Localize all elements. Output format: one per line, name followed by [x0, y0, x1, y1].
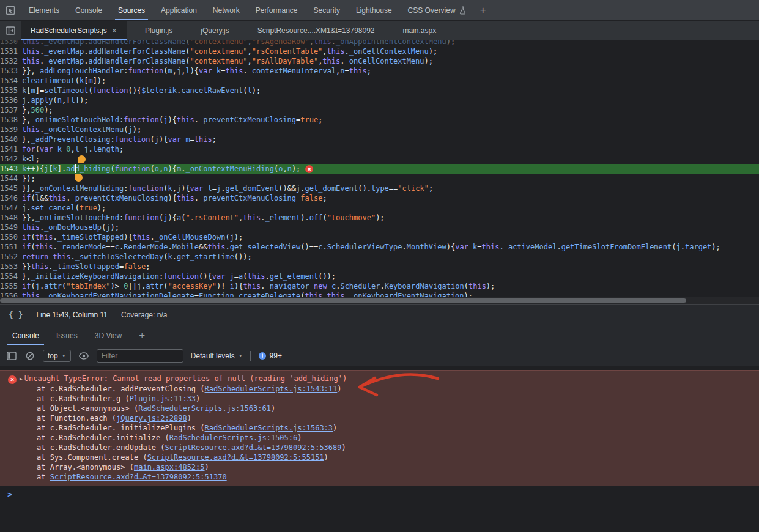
- line-number[interactable]: 1553: [0, 262, 22, 272]
- file-tab-scriptresource[interactable]: ScriptResource....XM1&t=13798092: [248, 21, 385, 40]
- inspect-icon[interactable]: [0, 0, 21, 20]
- code-line-text[interactable]: },500);: [22, 105, 53, 115]
- disclosure-triangle-icon[interactable]: ▶: [20, 376, 23, 382]
- log-levels-dropdown[interactable]: Default levels ▼: [191, 352, 243, 360]
- file-tab-radschedulerscripts-js[interactable]: RadSchedulerScripts.js ×: [21, 21, 127, 40]
- pretty-print-icon[interactable]: { }: [9, 310, 23, 319]
- line-number[interactable]: 1551: [0, 242, 22, 252]
- code-line-text[interactable]: this._onKeyboardEventNavigationDelegate=…: [22, 291, 473, 297]
- code-line-text[interactable]: k[m]=setTimeout(function(){$telerik.canc…: [22, 86, 261, 95]
- line-number[interactable]: 1535: [0, 86, 22, 95]
- line-number[interactable]: 1533: [0, 66, 22, 76]
- line-number[interactable]: 1539: [0, 125, 22, 135]
- code-line-text[interactable]: j.set_cancel(true);: [22, 203, 106, 213]
- stack-link[interactable]: RadSchedulerScripts.js:1563:61: [138, 404, 271, 413]
- add-drawer-tab-button[interactable]: +: [130, 325, 154, 345]
- code-line-text[interactable]: }}this._timeSlotTapped=false;: [22, 262, 150, 272]
- code-line-text[interactable]: return this._switchToSelectedDay(k.get_s…: [22, 252, 252, 262]
- selection-handle-top-icon[interactable]: [78, 155, 86, 163]
- scrollbar-thumb[interactable]: [0, 298, 686, 303]
- panel-tab-lighthouse[interactable]: Lighthouse: [348, 0, 400, 20]
- line-number[interactable]: 1538: [0, 115, 22, 125]
- line-number[interactable]: 1534: [0, 76, 22, 86]
- code-line-text[interactable]: this._eventMap.addHandlerForClassName("c…: [22, 56, 433, 66]
- code-line-text[interactable]: }},_addLongTouchHandler:function(m,j,l){…: [22, 66, 371, 76]
- issues-counter[interactable]: 99+: [258, 352, 282, 360]
- code-line-text[interactable]: k<l;: [22, 154, 40, 164]
- stack-link[interactable]: ScriptResource.axd?d…&t=13798092:5:55151: [147, 453, 324, 462]
- panel-tab-console[interactable]: Console: [67, 0, 110, 20]
- stack-link[interactable]: Plugin.js:11:33: [130, 394, 196, 403]
- selection-handle-bottom-icon[interactable]: [75, 174, 83, 182]
- live-expression-eye-icon[interactable]: [78, 352, 89, 360]
- code-line-text[interactable]: k++){j[k].add_hiding(function(o,n){m._on…: [22, 164, 313, 174]
- drawer-tab-issues[interactable]: Issues: [48, 325, 86, 345]
- code-line-text[interactable]: this._onDocMouseUp(j);: [22, 223, 119, 232]
- panel-tab-application[interactable]: Application: [153, 0, 205, 20]
- line-number[interactable]: 1544: [0, 174, 22, 183]
- stack-link[interactable]: RadSchedulerScripts.js:1543:11: [205, 385, 338, 393]
- code-line-text[interactable]: this._eventMap.addHandlerForClassName("c…: [22, 46, 437, 56]
- line-number[interactable]: 1541: [0, 144, 22, 154]
- panel-tab-security[interactable]: Security: [306, 0, 348, 20]
- code-line-text[interactable]: clearTimeout(k[m]);: [22, 76, 106, 86]
- drawer-tab-console[interactable]: Console: [4, 325, 48, 345]
- panel-tab-elements[interactable]: Elements: [21, 0, 67, 20]
- panel-tab-css-overview[interactable]: CSS Overview: [400, 0, 474, 20]
- code-line-text[interactable]: }},_onContextMenuHiding:function(k,j){va…: [22, 183, 433, 193]
- horizontal-scrollbar[interactable]: [0, 297, 759, 304]
- line-number[interactable]: 1545: [0, 183, 22, 193]
- line-number[interactable]: 1548: [0, 213, 22, 223]
- code-line-text[interactable]: if(this._renderMode==c.RenderMode.Mobile…: [22, 242, 720, 252]
- line-number[interactable]: 1555: [0, 281, 22, 291]
- code-line-text[interactable]: for(var k=0,l=j.length;: [22, 144, 124, 154]
- line-number[interactable]: 1550: [0, 232, 22, 242]
- code-line-text[interactable]: this._onCellContextMenu(j);: [22, 125, 141, 135]
- code-line-text[interactable]: if(this._timeSlotTapped){this._onCellMou…: [22, 232, 243, 242]
- console-sidebar-toggle-icon[interactable]: [6, 352, 17, 360]
- code-line-text[interactable]: if(j.attr("tabIndex")>=0||j.attr("access…: [22, 281, 495, 291]
- file-tab-main-aspx[interactable]: main.aspx: [393, 21, 446, 40]
- panel-tab-network[interactable]: Network: [205, 0, 248, 20]
- panel-tab-sources[interactable]: Sources: [110, 0, 153, 20]
- inline-error-badge-icon[interactable]: ×: [305, 165, 313, 173]
- console-filter-input[interactable]: [97, 349, 183, 363]
- line-number[interactable]: 1552: [0, 252, 22, 262]
- line-number[interactable]: 1549: [0, 223, 22, 232]
- add-panel-button[interactable]: +: [474, 0, 492, 20]
- line-number[interactable]: 1537: [0, 105, 22, 115]
- line-number[interactable]: 1547: [0, 203, 22, 213]
- file-tab-plugin-js[interactable]: Plugin.js: [135, 21, 182, 40]
- line-number[interactable]: 1542: [0, 154, 22, 164]
- line-number[interactable]: 1546: [0, 193, 22, 203]
- code-line-text[interactable]: },_initializeKeyboardNavigation:function…: [22, 272, 336, 281]
- code-line-text[interactable]: },_onTimeSlotTouchHold:function(j){this.…: [22, 115, 322, 125]
- console-prompt[interactable]: >: [0, 486, 759, 502]
- line-number[interactable]: 1530: [0, 40, 22, 46]
- code-line-text[interactable]: this._eventMap.addHandlerForClassName("c…: [22, 40, 455, 46]
- javascript-context-selector[interactable]: top ▼: [43, 350, 71, 362]
- line-number[interactable]: 1536: [0, 95, 22, 105]
- code-editor[interactable]: 1530this._eventMap.addHandlerForClassNam…: [0, 40, 759, 297]
- stack-link[interactable]: RadSchedulerScripts.js:1505:6: [169, 434, 298, 442]
- line-number[interactable]: 1554: [0, 272, 22, 281]
- drawer-tab-3d-view[interactable]: 3D View: [86, 325, 130, 345]
- line-number[interactable]: 1532: [0, 56, 22, 66]
- code-line-text[interactable]: j.apply(n,[l]);: [22, 95, 88, 105]
- clear-console-icon[interactable]: [24, 352, 35, 360]
- stack-link[interactable]: jQuery.js:2:2898: [116, 414, 187, 423]
- code-line-text[interactable]: },_addPreventClosing:function(j){var m=t…: [22, 135, 217, 144]
- line-number[interactable]: 1531: [0, 46, 22, 56]
- line-number[interactable]: 1543: [0, 164, 22, 174]
- navigator-toggle-icon[interactable]: [0, 21, 21, 40]
- code-line-text[interactable]: if(l&&this._preventCtxMenuClosing){this.…: [22, 193, 327, 203]
- line-number[interactable]: 1540: [0, 135, 22, 144]
- stack-link[interactable]: RadSchedulerScripts.js:1563:3: [205, 424, 333, 432]
- stack-link[interactable]: ScriptResource.axd?d…&t=13798092:5:51370: [50, 473, 227, 481]
- file-tab-jquery-js[interactable]: jQuery.js: [191, 21, 239, 40]
- stack-link[interactable]: main.aspx:4852:5: [134, 463, 205, 471]
- panel-tab-performance[interactable]: Performance: [248, 0, 306, 20]
- code-line-text[interactable]: }},_onTimeSlotTouchEnd:function(j){a(".r…: [22, 213, 385, 223]
- console-error-message[interactable]: × ▶Uncaught TypeError: Cannot read prope…: [0, 370, 759, 486]
- stack-link[interactable]: ScriptResource.axd?d…&t=13798092:5:53689: [165, 443, 342, 452]
